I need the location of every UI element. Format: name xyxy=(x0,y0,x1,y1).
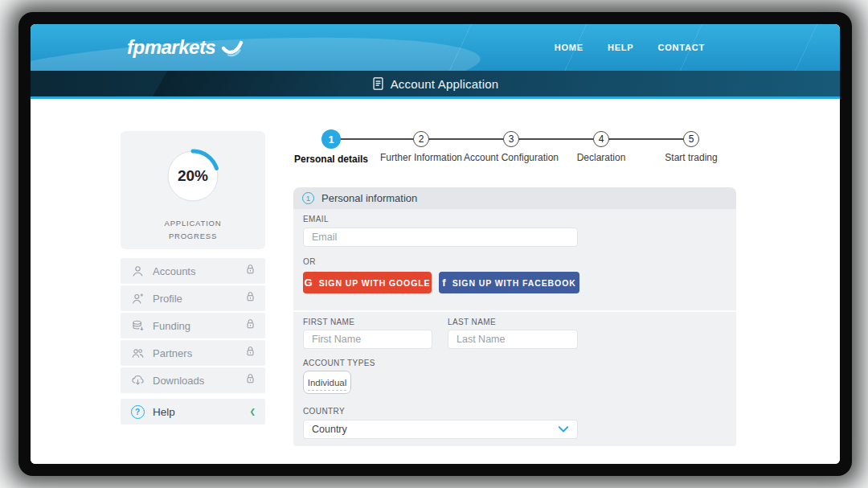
page: fpmarkets HOME HELP CONTACT xyxy=(0,0,868,488)
sidebar-item-label: Help xyxy=(153,406,249,418)
step-number[interactable]: 3 xyxy=(503,131,519,147)
lock-icon xyxy=(245,291,256,306)
personal-information-section: 1 Personal information EMAIL OR G SIGN U… xyxy=(293,187,736,446)
google-signup-label: SIGN UP WITH GOOGLE xyxy=(319,278,431,288)
help-icon: ? xyxy=(130,405,145,419)
step-number[interactable]: 2 xyxy=(413,131,429,147)
user-plus-icon xyxy=(130,292,145,306)
sidebar-item-label: Partners xyxy=(153,347,245,359)
progress-ring: 20% xyxy=(165,148,221,204)
nav-contact[interactable]: CONTACT xyxy=(657,43,705,52)
last-name-field[interactable] xyxy=(448,330,578,349)
sidebar-item-funding[interactable]: Funding xyxy=(121,313,265,338)
step-number[interactable]: 5 xyxy=(683,131,699,147)
application-progress-card: 20% APPLICATION PROGRESS xyxy=(121,131,265,249)
sidebar-item-downloads[interactable]: Downloads xyxy=(121,367,265,393)
google-signup-button[interactable]: G SIGN UP WITH GOOGLE xyxy=(303,272,432,293)
user-icon xyxy=(130,265,145,278)
sidebar-item-label: Downloads xyxy=(153,375,245,387)
chevron-left-icon[interactable]: ❮ xyxy=(249,408,256,416)
country-select[interactable]: Country xyxy=(303,420,578,439)
lock-icon xyxy=(245,373,256,388)
sidebar-item-label: Accounts xyxy=(153,265,245,277)
nav-help[interactable]: HELP xyxy=(608,43,634,52)
lock-icon xyxy=(245,264,256,278)
first-name-field[interactable] xyxy=(303,330,432,349)
brand-logo-text: fpmarkets xyxy=(127,36,215,59)
chevron-down-icon xyxy=(558,425,569,433)
step-number[interactable]: 1 xyxy=(321,129,341,149)
last-name-label: LAST NAME xyxy=(448,318,496,326)
form-divider xyxy=(293,310,736,312)
brand-swoosh-icon xyxy=(219,36,244,59)
google-icon: G xyxy=(305,277,313,289)
step-label: Start trading xyxy=(635,152,747,163)
page-banner: Account Application xyxy=(31,71,840,96)
content-area: 20% APPLICATION PROGRESS Accounts xyxy=(31,99,840,464)
progress-caption: APPLICATION PROGRESS xyxy=(153,217,233,242)
lock-icon xyxy=(245,346,256,360)
country-label: COUNTRY xyxy=(303,407,345,416)
page-title: Account Application xyxy=(391,77,499,91)
section-header: 1 Personal information xyxy=(293,187,736,209)
document-icon xyxy=(372,76,384,91)
brand-logo[interactable]: fpmarkets xyxy=(127,24,244,71)
menu-divider xyxy=(121,395,265,397)
top-header: fpmarkets HOME HELP CONTACT xyxy=(31,24,840,71)
email-field[interactable] xyxy=(303,228,578,247)
section-number-badge: 1 xyxy=(302,192,314,204)
step-start-trading[interactable]: 5 Start trading xyxy=(635,129,747,163)
sidebar-menu: Accounts Profile xyxy=(121,258,265,424)
account-types-label: ACCOUNT TYPES xyxy=(303,359,375,367)
account-type-individual-button[interactable]: Individual xyxy=(303,371,351,394)
sidebar-item-partners[interactable]: Partners xyxy=(121,340,265,366)
coins-icon xyxy=(130,319,145,333)
nav-home[interactable]: HOME xyxy=(555,43,583,52)
first-name-label: FIRST NAME xyxy=(303,318,354,326)
email-label: EMAIL xyxy=(303,215,329,223)
app-window: fpmarkets HOME HELP CONTACT xyxy=(31,24,840,464)
progress-percent: 20% xyxy=(165,148,221,204)
facebook-signup-button[interactable]: f SIGN UP WITH FACEBOOK xyxy=(439,272,579,293)
sidebar-item-label: Profile xyxy=(153,293,245,305)
users-icon xyxy=(130,347,145,360)
facebook-signup-label: SIGN UP WITH FACEBOOK xyxy=(452,278,576,288)
cloud-download-icon xyxy=(130,374,145,388)
sidebar-item-accounts[interactable]: Accounts xyxy=(121,258,265,284)
step-number[interactable]: 4 xyxy=(593,131,609,147)
application-stepper: 1 Personal details 2 Further Information… xyxy=(275,129,725,171)
or-label: OR xyxy=(303,257,316,266)
facebook-icon: f xyxy=(442,277,445,289)
sidebar-item-help[interactable]: ? Help ❮ xyxy=(121,399,265,424)
lock-icon xyxy=(245,318,256,333)
country-select-value: Country xyxy=(312,424,558,435)
top-nav: HOME HELP CONTACT xyxy=(555,24,705,71)
sidebar-item-profile[interactable]: Profile xyxy=(121,285,265,311)
section-title: Personal information xyxy=(321,192,417,204)
sidebar-item-label: Funding xyxy=(153,320,245,332)
